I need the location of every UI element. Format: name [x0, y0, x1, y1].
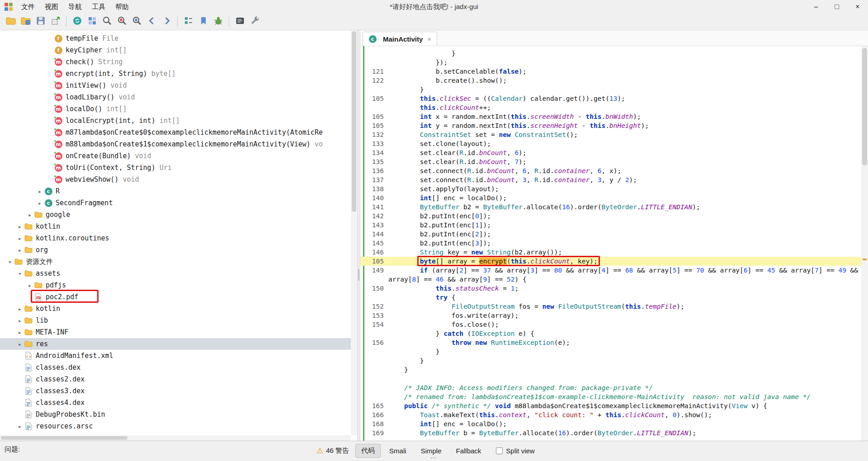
code-line[interactable]: 145 b2.putInt(enc[3]);: [360, 239, 861, 248]
code-line[interactable]: }: [360, 347, 861, 356]
code-line[interactable]: 105 int y = random.nextInt(this.screenHe…: [360, 121, 861, 130]
code-line[interactable]: 140 int[] enc = localDo();: [360, 193, 861, 202]
tree-item[interactable]: mlocalDo()int[]: [0, 103, 351, 115]
tree-item[interactable]: classes.dex: [0, 362, 351, 373]
toolbar-debugger-button[interactable]: [212, 15, 225, 28]
toolbar-open-project-button[interactable]: [19, 15, 32, 28]
toolbar-quark-engine-button[interactable]: [197, 15, 210, 28]
tree-item[interactable]: ▸cSecondFragment: [0, 197, 351, 209]
code-line[interactable]: 122 b.create().show();: [360, 76, 861, 85]
toolbar-export-button[interactable]: [49, 15, 62, 28]
issues-panel-toggle[interactable]: 问题:: [5, 445, 20, 454]
code-line[interactable]: 143 b2.putInt(enc[1]);: [360, 221, 861, 230]
tree-item[interactable]: classes3.dex: [0, 385, 351, 397]
tree-item[interactable]: mlocalEncrypt(int, int)int[]: [0, 115, 351, 127]
minimize-button[interactable]: –: [806, 0, 826, 14]
tree-item[interactable]: mm88lambda$onCreate$1$comexampleclickmem…: [0, 138, 351, 150]
tree-item[interactable]: monCreate(Bundle)void: [0, 150, 351, 162]
tree-item[interactable]: ▸google: [0, 209, 351, 221]
code-line[interactable]: 153 fos.write(array);: [360, 311, 861, 320]
menu-file[interactable]: 文件: [16, 0, 40, 14]
code-line[interactable]: }: [360, 49, 861, 58]
tree-item[interactable]: classes2.dex: [0, 373, 351, 385]
code-line[interactable]: /* JADX INFO: Access modifiers changed f…: [360, 383, 861, 392]
code-line[interactable]: 132 ConstraintSet set = new ConstraintSe…: [360, 130, 861, 139]
expand-arrow[interactable]: ▸: [15, 341, 24, 348]
code-line[interactable]: }: [360, 365, 861, 374]
expand-arrow[interactable]: ▸: [15, 247, 24, 254]
tree-item[interactable]: ftempFileFile: [0, 33, 351, 44]
tree-item[interactable]: ▸kotlin: [0, 303, 351, 315]
code-line[interactable]: }: [360, 356, 861, 365]
expand-arrow[interactable]: ▸: [25, 282, 34, 289]
code-line[interactable]: 149 if (array[2] == 37 && array[3] == 80…: [360, 266, 861, 275]
tree-item[interactable]: DebugProbesKt.bin: [0, 409, 351, 420]
code-line[interactable]: 137 set.connect(R.id.bnCount, 3, R.id.co…: [360, 175, 861, 184]
code-line[interactable]: 105 this.clickSec = ((Calendar) calendar…: [360, 94, 861, 103]
splitter-handle[interactable]: [358, 269, 359, 281]
menu-navigation[interactable]: 导航: [63, 0, 87, 14]
code-line[interactable]: [360, 374, 861, 383]
code-line[interactable]: 141 ByteBuffer b2 = ByteBuffer.allocate(…: [360, 202, 861, 212]
code-line[interactable]: this.clickCount++;: [360, 103, 861, 112]
code-line[interactable]: 144 b2.putInt(enc[2]);: [360, 230, 861, 239]
editor-vertical-scrollbar-thumb[interactable]: [862, 48, 867, 165]
tree-item[interactable]: poc2.pdf: [0, 291, 351, 303]
code-line[interactable]: array[8] == 46 && array[9] == 52) {: [360, 275, 861, 284]
expand-arrow[interactable]: ▸: [35, 188, 44, 195]
code-line[interactable]: 152 FileOutputStream fos = new FileOutpu…: [360, 302, 861, 311]
tree-item[interactable]: ▸kotlinx.coroutines: [0, 232, 351, 244]
menu-tools[interactable]: 工具: [87, 0, 110, 14]
close-button[interactable]: ×: [847, 0, 868, 14]
code-line[interactable]: 168 int[] enc = localDo();: [360, 419, 861, 428]
view-tab-fallback[interactable]: Fallback: [450, 444, 487, 457]
expand-arrow[interactable]: ▸: [15, 423, 24, 430]
code-line[interactable]: }: [360, 85, 861, 94]
tree-item[interactable]: ▸res: [0, 338, 351, 350]
split-view-toggle[interactable]: Split view: [496, 447, 534, 455]
tree-item[interactable]: mcheck()String: [0, 56, 351, 68]
toolbar-forward-button[interactable]: [160, 15, 173, 28]
expand-arrow[interactable]: ▸: [15, 235, 24, 242]
warnings-indicator[interactable]: ⚠ 46 警告: [316, 446, 349, 456]
code-line[interactable]: 136 set.connect(R.id.bnCount, 6, R.id.co…: [360, 166, 861, 175]
toolbar-search-usage-button[interactable]: [130, 15, 143, 28]
tree-item[interactable]: ▸cR: [0, 185, 351, 197]
code-line[interactable]: 154 fos.close();: [360, 320, 861, 329]
code-line[interactable]: });: [360, 58, 861, 67]
tree-item[interactable]: mtoUri(Context, String)Uri: [0, 162, 351, 174]
tree-item[interactable]: ▸resources.arsc: [0, 420, 351, 432]
view-tab-smali[interactable]: Smali: [383, 444, 412, 457]
tab-mainactivity[interactable]: c MainActivity ×: [363, 32, 437, 46]
code-line[interactable]: 156 throw new RuntimeException(e);: [360, 338, 861, 347]
expand-arrow[interactable]: ▸: [15, 223, 24, 230]
tree-vertical-scrollbar-thumb[interactable]: [352, 31, 356, 212]
tree-item[interactable]: ▾资源文件: [0, 256, 351, 268]
code-line[interactable]: /* renamed from: lambda$onCreate$1$com-e…: [360, 392, 861, 401]
toolbar-preferences-button[interactable]: [248, 15, 261, 28]
tree-item[interactable]: ▸lib: [0, 315, 351, 326]
tree-horizontal-scrollbar-thumb[interactable]: [1, 436, 127, 440]
code-area[interactable]: } });121 b.setCancelable(false);122 b.cr…: [360, 46, 861, 441]
tree-item[interactable]: mloadLibary()void: [0, 91, 351, 103]
tree-item[interactable]: ▾assets: [0, 268, 351, 279]
code-line[interactable]: 166 Toast.makeText(this.context, "click …: [360, 410, 861, 419]
code-line[interactable]: 133 set.clone(layout);: [360, 139, 861, 148]
expand-arrow[interactable]: ▸: [15, 306, 24, 312]
expand-arrow[interactable]: ▾: [15, 270, 24, 277]
toolbar-log-viewer-button[interactable]: [233, 15, 246, 28]
tab-close-icon[interactable]: ×: [427, 35, 431, 43]
code-line[interactable]: 134 set.clear(R.id.bnCount, 6);: [360, 148, 861, 157]
expand-arrow[interactable]: ▸: [35, 200, 44, 207]
panel-splitter[interactable]: [357, 30, 360, 441]
code-line[interactable]: 135 set.clear(R.id.bnCount, 7);: [360, 157, 861, 166]
tree-item[interactable]: minitView()void: [0, 80, 351, 91]
code-line[interactable]: 105 byte[] array = encrypt(this.clickCou…: [360, 257, 861, 266]
code-line[interactable]: 150 this.statusCheck = 1;: [360, 284, 861, 293]
code-line[interactable]: 146 String key = new String(b2.array());: [360, 248, 861, 257]
tree-item[interactable]: AndroidManifest.xml: [0, 350, 351, 362]
tree-item[interactable]: classes4.dex: [0, 397, 351, 409]
toolbar-deobfuscation-button[interactable]: [85, 15, 99, 28]
split-view-checkbox[interactable]: [496, 447, 503, 454]
toolbar-flat-packages-button[interactable]: [182, 15, 195, 28]
